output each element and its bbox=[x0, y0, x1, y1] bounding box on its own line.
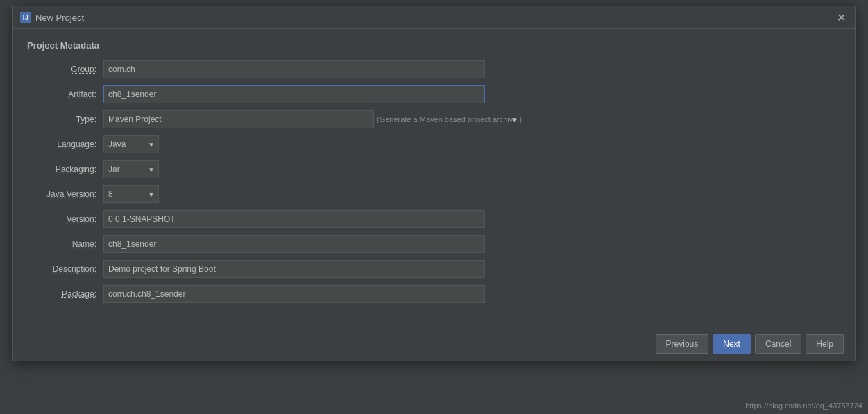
dialog-footer: Previous Next Cancel Help bbox=[13, 327, 855, 361]
language-row: Language: Java Kotlin Groovy ▼ bbox=[27, 135, 841, 153]
java-version-label: Java Version: bbox=[27, 189, 103, 199]
next-button[interactable]: Next bbox=[713, 334, 751, 354]
artifact-input[interactable] bbox=[103, 85, 485, 103]
type-select-wrap: Maven Project Gradle Project ▼ (Generate… bbox=[103, 110, 522, 128]
dialog-content: Project Metadata Group: Artifact: Type: … bbox=[13, 29, 855, 321]
version-row: Version: bbox=[27, 210, 841, 228]
backdrop: IJ New Project ✕ Project Metadata Group:… bbox=[0, 0, 868, 414]
package-input[interactable] bbox=[103, 285, 485, 303]
group-input[interactable] bbox=[103, 60, 485, 78]
name-row: Name: bbox=[27, 235, 841, 253]
packaging-label: Packaging: bbox=[27, 164, 103, 174]
name-label: Name: bbox=[27, 239, 103, 249]
package-label: Package: bbox=[27, 289, 103, 299]
close-icon: ✕ bbox=[837, 11, 846, 24]
close-button[interactable]: ✕ bbox=[834, 10, 848, 24]
description-input[interactable] bbox=[103, 260, 485, 278]
version-input[interactable] bbox=[103, 210, 485, 228]
language-select[interactable]: Java Kotlin Groovy bbox=[103, 135, 159, 153]
description-row: Description: bbox=[27, 260, 841, 278]
packaging-row: Packaging: Jar War ▼ bbox=[27, 160, 841, 178]
package-row: Package: bbox=[27, 285, 841, 303]
title-left: IJ New Project bbox=[20, 12, 84, 23]
group-row: Group: bbox=[27, 60, 841, 78]
version-label: Version: bbox=[27, 214, 103, 224]
language-label: Language: bbox=[27, 139, 103, 149]
type-hint: (Generate a Maven based project archive.… bbox=[377, 115, 522, 123]
new-project-dialog: IJ New Project ✕ Project Metadata Group:… bbox=[12, 6, 856, 361]
packaging-select-wrap: Jar War ▼ bbox=[103, 160, 159, 178]
section-title: Project Metadata bbox=[27, 40, 841, 51]
java-version-row: Java Version: 8 11 17 ▼ bbox=[27, 185, 841, 203]
app-icon: IJ bbox=[20, 12, 31, 23]
previous-button[interactable]: Previous bbox=[656, 334, 709, 354]
artifact-label: Artifact: bbox=[27, 89, 103, 99]
type-label: Type: bbox=[27, 114, 103, 124]
description-label: Description: bbox=[27, 264, 103, 274]
cancel-button[interactable]: Cancel bbox=[755, 334, 801, 354]
dialog-title: New Project bbox=[35, 12, 84, 23]
artifact-row: Artifact: bbox=[27, 85, 841, 103]
java-version-select-wrap: 8 11 17 ▼ bbox=[103, 185, 159, 203]
java-version-select[interactable]: 8 11 17 bbox=[103, 185, 159, 203]
help-button[interactable]: Help bbox=[806, 334, 844, 354]
watermark-url: https://blog.csdn.net/qq_43753724 bbox=[745, 402, 862, 410]
packaging-select[interactable]: Jar War bbox=[103, 160, 159, 178]
dialog-titlebar: IJ New Project ✕ bbox=[13, 6, 855, 29]
group-label: Group: bbox=[27, 64, 103, 74]
type-row: Type: Maven Project Gradle Project ▼ (Ge… bbox=[27, 110, 841, 128]
type-select[interactable]: Maven Project Gradle Project bbox=[103, 110, 374, 128]
language-select-wrap: Java Kotlin Groovy ▼ bbox=[103, 135, 159, 153]
name-input[interactable] bbox=[103, 235, 485, 253]
